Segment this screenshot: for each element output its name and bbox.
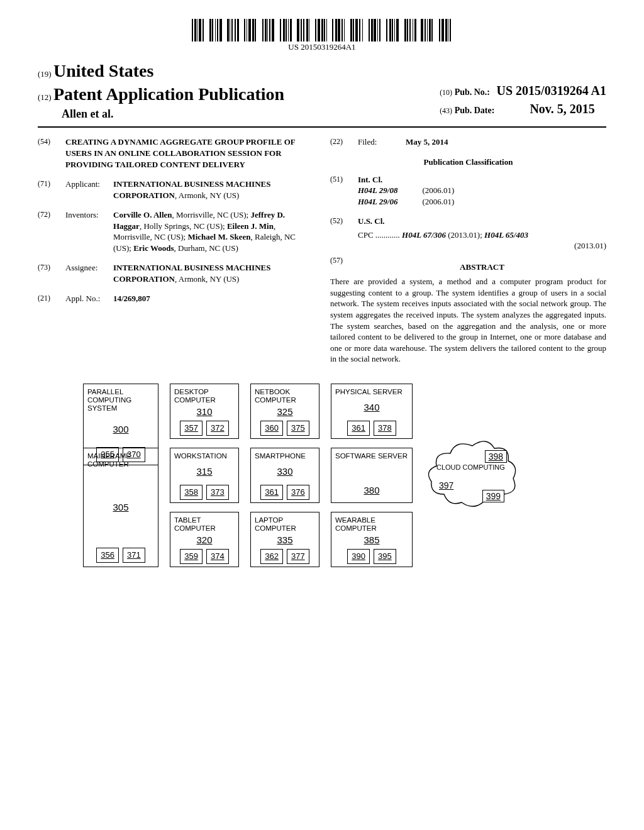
publication-classification-heading: Publication Classification — [330, 157, 606, 168]
inventors-list: Corville O. Allen, Morrisville, NC (US);… — [113, 209, 314, 253]
fig-box-desktop: DESKTOP COMPUTER 310 357 372 — [170, 384, 239, 439]
fig-ref-380: 380 — [335, 484, 408, 497]
fig-ref-357: 357 — [180, 421, 203, 436]
fig-box-software-server: SOFTWARE SERVER 380 — [331, 448, 413, 503]
invention-title: CREATING A DYNAMIC AGGREGATE GROUP PROFI… — [65, 136, 314, 170]
pub-date-label: Pub. Date: — [455, 106, 495, 115]
field-54-title: (54) CREATING A DYNAMIC AGGREGATE GROUP … — [38, 136, 314, 170]
pub-date-value: Nov. 5, 2015 — [530, 102, 594, 116]
pub-no-value: US 2015/0319264 A1 — [497, 84, 606, 97]
cpc-line: CPC ............ H04L 67/306 (2013.01); … — [358, 230, 606, 252]
fig-ref-362: 362 — [260, 549, 283, 564]
fig-ref-315: 315 — [174, 465, 235, 478]
int-cl-edition-0: (2006.01) — [422, 185, 454, 195]
int-cl-code-1: H04L 29/06 — [358, 197, 397, 206]
int-cl-code-0: H04L 29/08 — [358, 185, 397, 195]
fig-ref-360: 360 — [260, 421, 283, 436]
document-kind: Patent Application Publication — [53, 84, 284, 104]
header-right: (10) Pub. No.: US 2015/0319264 A1 (43) P… — [440, 82, 606, 121]
fig-box-wearable: WEARABLE COMPUTER 385 390 395 — [331, 512, 413, 567]
fig-ref-361a: 361 — [347, 421, 370, 436]
fig-ref-376: 376 — [287, 485, 309, 500]
assignee-address: Armonk, NY (US) — [179, 274, 240, 284]
pub-no-label: Pub. No.: — [455, 87, 490, 97]
fig-box-mainframe: MAINFRAME COMPUTER 305 356 371 — [83, 448, 158, 567]
fig-ref-398: 398 — [485, 450, 507, 463]
fig-ref-335: 335 — [255, 534, 315, 546]
fig-ref-310: 310 — [174, 406, 235, 418]
barcode-block: US 20150319264A1 — [38, 19, 606, 53]
fig-ref-356: 356 — [96, 548, 119, 563]
publication-code: US 20150319264A1 — [38, 42, 606, 53]
fig-cloud-computing: CLOUD COMPUTING 397 398 399 — [425, 434, 519, 516]
int-cl-edition-1: (2006.01) — [422, 197, 454, 206]
fig-box-tablet: TABLET COMPUTER 320 359 374 — [170, 512, 239, 567]
fig-ref-320: 320 — [174, 534, 235, 546]
fig-box-laptop: LAPTOP COMPUTER 335 362 377 — [250, 512, 319, 567]
fig-ref-358: 358 — [180, 485, 203, 500]
filed-date: May 5, 2014 — [406, 136, 606, 148]
fig-ref-375: 375 — [287, 421, 309, 436]
fig-ref-330: 330 — [255, 465, 315, 478]
fig-ref-371: 371 — [123, 548, 145, 563]
fig-ref-300: 300 — [87, 423, 154, 436]
fig-ref-325: 325 — [255, 406, 315, 418]
fig-left-stack: MAINFRAME COMPUTER 305 356 371 — [83, 448, 158, 567]
fig-ref-385: 385 — [335, 534, 408, 546]
fig-ref-361b: 361 — [260, 485, 283, 500]
patent-figure: PARALLEL COMPUTING SYSTEM 300 355 370 DE… — [83, 384, 561, 567]
prefix-10: (10) — [440, 88, 452, 97]
cloud-icon — [425, 434, 519, 516]
fig-ref-373: 373 — [206, 485, 229, 500]
fig-box-physical-server: PHYSICAL SERVER 340 361 378 — [331, 384, 413, 439]
fig-ref-390: 390 — [347, 549, 370, 564]
fig-ref-305: 305 — [87, 501, 154, 514]
country-name: United States — [53, 61, 153, 80]
abstract-heading: ABSTRACT — [358, 262, 606, 273]
fig-ref-395: 395 — [374, 549, 396, 564]
fig-ref-399: 399 — [482, 490, 504, 502]
field-21-appl-no: (21) Appl. No.: 14/269,807 — [38, 293, 314, 304]
fig-box-smartphone: SMARTPHONE 330 361 376 — [250, 448, 319, 503]
us-cl-label: U.S. Cl. — [358, 216, 606, 227]
fig-ref-340: 340 — [335, 401, 408, 414]
fig-ref-359: 359 — [180, 549, 203, 564]
fig-ref-378: 378 — [374, 421, 396, 436]
fig-ref-397: 397 — [439, 480, 453, 492]
prefix-12: (12) — [38, 92, 52, 102]
prefix-43: (43) — [440, 106, 452, 115]
prefix-19: (19) — [38, 69, 52, 79]
fig-box-workstation: WORKSTATION 315 358 373 — [170, 448, 239, 503]
fig-ref-372: 372 — [206, 421, 229, 436]
fig-box-netbook: NETBOOK COMPUTER 325 360 375 — [250, 384, 319, 439]
field-51-int-cl: (51) Int. Cl. H04L 29/08 (2006.01) H04L … — [330, 174, 606, 208]
right-column: (22) Filed: May 5, 2014 Publication Clas… — [330, 136, 606, 364]
left-column: (54) CREATING A DYNAMIC AGGREGATE GROUP … — [38, 136, 314, 364]
fig-ref-377: 377 — [287, 549, 309, 564]
cloud-label: CLOUD COMPUTING — [436, 463, 505, 471]
applicant-address: Armonk, NY (US) — [179, 191, 240, 200]
authors-line: Allen et al. — [38, 106, 284, 121]
header-left: (19) United States (12) Patent Applicati… — [38, 59, 284, 122]
field-52-us-cl: (52) U.S. Cl. — [330, 216, 606, 227]
field-71-applicant: (71) Applicant: INTERNATIONAL BUSINESS M… — [38, 179, 314, 201]
field-72-inventors: (72) Inventors: Corville O. Allen, Morri… — [38, 209, 314, 253]
field-22-filed: (22) Filed: May 5, 2014 — [330, 136, 606, 148]
barcode-graphic — [192, 19, 453, 42]
abstract-text: There are provided a system, a method an… — [330, 276, 606, 364]
patent-header: (19) United States (12) Patent Applicati… — [38, 59, 606, 128]
bibliographic-columns: (54) CREATING A DYNAMIC AGGREGATE GROUP … — [38, 136, 606, 364]
field-57-abstract: (57) ABSTRACT — [330, 255, 606, 277]
field-73-assignee: (73) Assignee: INTERNATIONAL BUSINESS MA… — [38, 262, 314, 284]
appl-no-value: 14/269,807 — [113, 293, 314, 304]
int-cl-label: Int. Cl. — [358, 174, 606, 185]
fig-ref-374: 374 — [206, 549, 229, 564]
